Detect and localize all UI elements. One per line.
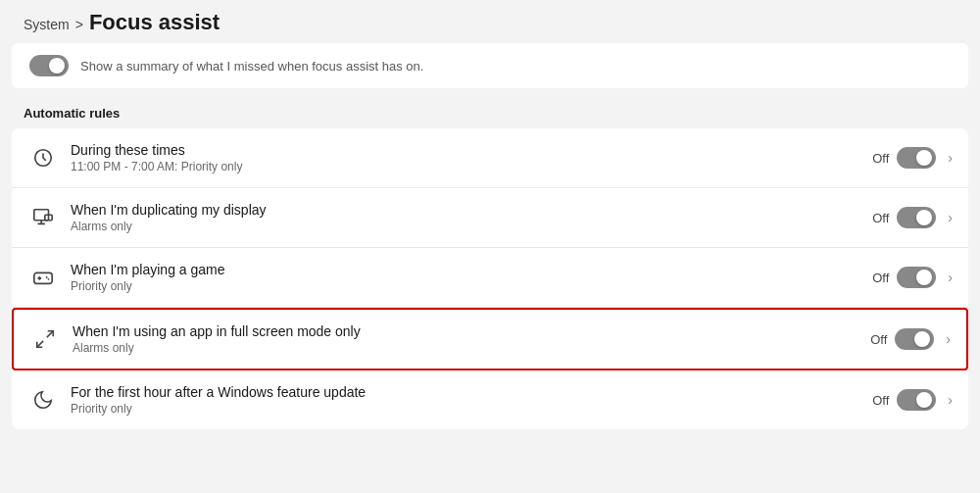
toggle-during-times[interactable] [897, 147, 936, 169]
rule-duplicating-display[interactable]: When I'm duplicating my display Alarms o… [12, 188, 968, 248]
rule-right-during-times: Off › [872, 147, 953, 169]
rule-title-windows-update: For the first hour after a Windows featu… [71, 384, 872, 400]
chevron-windows-update[interactable]: › [948, 392, 953, 408]
rule-subtitle-during-times: 11:00 PM - 7:00 AM: Priority only [71, 160, 872, 173]
settings-page: System > Focus assist Show a summary of … [0, 0, 980, 493]
off-label-duplicating-display: Off [872, 211, 889, 225]
top-summary-item[interactable]: Show a summary of what I missed when foc… [12, 43, 968, 88]
game-icon [27, 262, 59, 293]
automatic-rules-header: Automatic rules [0, 92, 980, 128]
rule-subtitle-playing-game: Priority only [71, 279, 872, 293]
off-label-windows-update: Off [872, 393, 889, 408]
rule-title-duplicating-display: When I'm duplicating my display [71, 202, 872, 218]
breadcrumb-separator: > [75, 17, 83, 32]
rule-text-during-times: During these times 11:00 PM - 7:00 AM: P… [71, 142, 872, 173]
monitor-icon [27, 202, 59, 233]
rule-windows-update[interactable]: For the first hour after a Windows featu… [12, 370, 968, 429]
rule-text-fullscreen-app: When I'm using an app in full screen mod… [73, 323, 870, 355]
rule-text-windows-update: For the first hour after a Windows featu… [71, 384, 872, 416]
rule-right-windows-update: Off › [872, 389, 953, 411]
rule-title-during-times: During these times [71, 142, 872, 158]
toggle-fullscreen-app[interactable] [895, 328, 934, 350]
rule-right-duplicating-display: Off › [872, 207, 953, 228]
moon-icon [27, 384, 59, 416]
breadcrumb: System > Focus assist [0, 0, 980, 43]
svg-line-10 [47, 331, 53, 337]
chevron-duplicating-display[interactable]: › [948, 210, 953, 225]
rule-right-fullscreen-app: Off › [870, 328, 951, 350]
rule-text-playing-game: When I'm playing a game Priority only [71, 262, 872, 293]
rule-subtitle-fullscreen-app: Alarms only [73, 341, 870, 355]
chevron-during-times[interactable]: › [948, 150, 953, 166]
svg-line-11 [37, 341, 43, 347]
rule-title-playing-game: When I'm playing a game [71, 262, 872, 277]
toggle-duplicating-display[interactable] [897, 207, 936, 228]
toggle-windows-update[interactable] [897, 389, 936, 411]
rule-fullscreen-app[interactable]: When I'm using an app in full screen mod… [12, 308, 968, 370]
off-label-fullscreen-app: Off [870, 332, 887, 347]
svg-point-8 [46, 276, 48, 278]
svg-point-9 [48, 278, 50, 280]
off-label-during-times: Off [872, 151, 889, 166]
rule-title-fullscreen-app: When I'm using an app in full screen mod… [73, 323, 870, 339]
rule-subtitle-windows-update: Priority only [71, 402, 872, 416]
toggle-playing-game[interactable] [897, 267, 936, 288]
summary-text: Show a summary of what I missed when foc… [80, 59, 423, 74]
fullscreen-icon [29, 323, 61, 355]
rule-playing-game[interactable]: When I'm playing a game Priority only Of… [12, 248, 968, 308]
rule-text-duplicating-display: When I'm duplicating my display Alarms o… [71, 202, 872, 233]
summary-toggle[interactable] [29, 55, 69, 76]
rules-list: During these times 11:00 PM - 7:00 AM: P… [12, 128, 968, 429]
page-title: Focus assist [89, 10, 220, 35]
rule-right-playing-game: Off › [872, 267, 953, 288]
off-label-playing-game: Off [872, 271, 889, 285]
rule-subtitle-duplicating-display: Alarms only [71, 220, 872, 233]
rule-during-times[interactable]: During these times 11:00 PM - 7:00 AM: P… [12, 128, 968, 188]
chevron-playing-game[interactable]: › [948, 270, 953, 285]
chevron-fullscreen-app[interactable]: › [946, 331, 951, 347]
clock-icon [27, 142, 59, 173]
svg-rect-5 [34, 272, 52, 283]
breadcrumb-system[interactable]: System [24, 17, 70, 32]
